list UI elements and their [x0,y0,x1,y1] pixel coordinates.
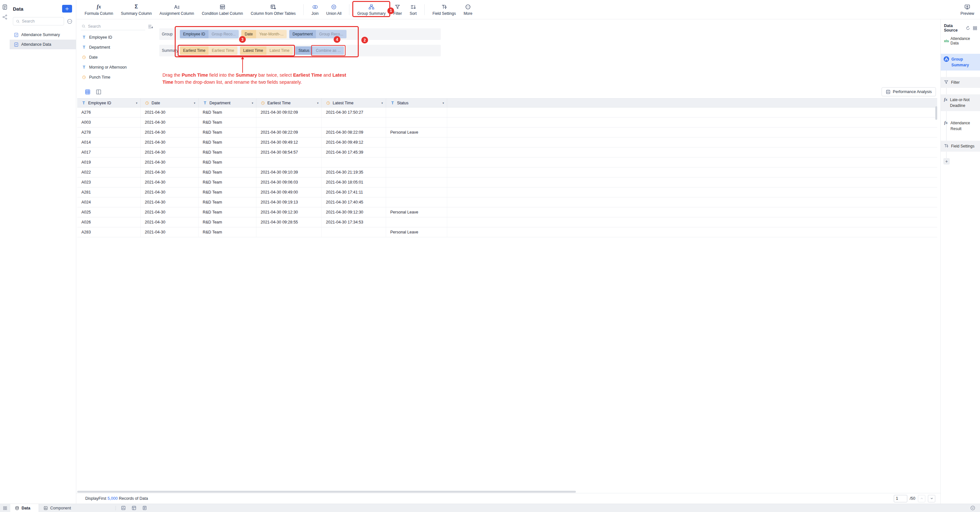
group-summary-builder: T Employee ID T Department Date T Mornin… [76,19,490,85]
data-flow-icon[interactable] [2,14,8,20]
cell-employee-id: A003 [77,118,141,127]
other-tables-icon [270,3,276,10]
toolbar-union-all[interactable]: Union All [326,3,341,16]
field-item-department[interactable]: T Department [76,42,158,52]
dataset-icon [14,32,19,37]
union-all-icon [331,3,337,10]
cell-date: 2021-04-30 [141,187,199,197]
cell-employee-id: A022 [77,167,141,177]
summary-method-dropdown[interactable]: Latest Time [266,46,293,55]
group-method-dropdown[interactable]: Year-Month-... [256,30,287,38]
table-row: A017 2021-04-30 R&D Team 2021-04-30 08:5… [77,147,490,158]
date-field-icon [82,55,86,59]
left-rail [0,0,10,256]
grid-view-toggle[interactable] [84,89,91,95]
cell-department: R&D Team [199,158,256,167]
edit-data-icon[interactable] [2,4,8,10]
toolbar-field-settings[interactable]: Field Settings [433,3,456,16]
group-method-dropdown[interactable]: Group Reco... [316,30,347,38]
cell-status: Personal Leave [386,128,447,137]
column-header-status[interactable]: T Status ▾ [386,99,447,107]
toolbar-more[interactable]: More [464,3,472,16]
cell-department: R&D Team [199,217,256,227]
toolbar-assignment-column[interactable]: Assignment Column [159,3,194,16]
sidebar-search-input[interactable] [22,19,61,24]
toolbar-condition-label-column[interactable]: Condition Label Column [202,3,243,16]
cell-earliest-time: 2021-04-30 09:02:09 [256,108,322,117]
column-header-earliest-time[interactable]: Earliest Time ▾ [256,99,322,107]
add-dataset-button[interactable] [62,5,72,13]
sidebar-item-attendance-summary[interactable]: Attendance Summary [10,30,76,40]
toolbar-filter[interactable]: Filter [393,3,402,16]
cell-latest-time [322,227,386,237]
toolbar-column-from-other-tables[interactable]: Column from Other Tables [251,3,296,16]
assignment-icon [174,3,180,10]
column-dropdown-icon[interactable]: ▾ [136,101,137,105]
column-header-employee-id[interactable]: T Employee ID ▾ [77,99,141,107]
cell-employee-id: A019 [77,158,141,167]
cell-date: 2021-04-30 [141,207,199,217]
toolbar-join[interactable]: Join [312,3,318,16]
sidebar: Data Attendance Summary Attendance Data [10,0,76,256]
group-pill-employee-id[interactable]: Employee ID Group Reco... [180,30,239,38]
cell-earliest-time [256,158,322,167]
text-field-icon: T [390,101,395,105]
toolbar-summary-column[interactable]: Σ Summary Column [121,3,152,16]
field-sort-icon[interactable] [148,24,153,29]
cell-date: 2021-04-30 [141,128,199,137]
sidebar-item-attendance-data[interactable]: Attendance Data [10,40,76,49]
field-search-input[interactable] [88,24,145,29]
table-row: A283 2021-04-30 R&D Team Personal Leave [77,227,490,237]
table-row: A025 2021-04-30 R&D Team 2021-04-30 09:1… [77,207,490,217]
field-item-punch-time[interactable]: Punch Time [76,72,158,82]
column-header-latest-time[interactable]: Latest Time ▾ [322,99,386,107]
summary-pill-latest-time[interactable]: Latest Time Latest Time [240,46,293,55]
cell-latest-time: 2021-04-30 17:41:11 [322,187,386,197]
annotation-badge-1: 1 [387,7,394,14]
summary-method-dropdown[interactable]: Earliest Time [208,46,237,55]
formula-icon: fx [97,3,101,10]
cell-earliest-time: 2021-04-30 09:10:39 [256,167,322,177]
column-dropdown-icon[interactable]: ▾ [194,101,195,105]
cell-date: 2021-04-30 [141,167,199,177]
group-pill-date[interactable]: Date Year-Month-... [241,30,287,38]
text-field-icon: T [82,65,86,70]
summary-method-dropdown[interactable]: Combine as ... [313,46,344,55]
field-item-date[interactable]: Date [76,52,158,62]
cell-department: R&D Team [199,177,256,187]
sidebar-item-label: Attendance Summary [21,32,60,37]
column-dropdown-icon[interactable]: ▾ [381,101,383,105]
search-options-icon[interactable] [67,18,73,24]
field-settings-icon [441,3,447,10]
toolbar-sort[interactable]: Sort [410,3,417,16]
dataset-icon [14,42,19,47]
column-dropdown-icon[interactable]: ▾ [251,101,253,105]
toolbar-group-summary[interactable]: Group Summary 1 [357,3,385,16]
field-item-morning-or-afternoon[interactable]: T Morning or Afternoon [76,62,158,72]
field-item-employee-id[interactable]: T Employee ID [76,32,158,42]
cell-status [386,108,447,117]
column-dropdown-icon[interactable]: ▾ [317,101,318,105]
cell-date: 2021-04-30 [141,137,199,147]
cell-employee-id: A024 [77,198,141,207]
date-field-icon [82,75,86,80]
annotation-badge-4: 4 [334,36,340,43]
cell-earliest-time [256,227,322,237]
column-header-department[interactable]: T Department ▾ [199,99,256,107]
cell-latest-time: 2021-04-30 09:49:12 [322,137,386,147]
panel-resize-handle[interactable]: ⋯⋯ [258,79,267,84]
field-search[interactable] [81,22,145,30]
cell-earliest-time: 2021-04-30 09:12:30 [256,207,322,217]
annotation-box-3: Earliest Time Earliest Time Latest Time … [180,46,293,55]
cell-department: R&D Team [199,128,256,137]
toolbar-formula-column[interactable]: fx Formula Column [84,3,113,16]
summary-pill-earliest-time[interactable]: Earliest Time Earliest Time [180,46,237,55]
sidebar-search[interactable] [13,17,64,26]
column-header-date[interactable]: Date ▾ [141,99,199,107]
group-method-dropdown[interactable]: Group Reco... [208,30,239,38]
form-view-toggle[interactable] [95,89,102,95]
column-dropdown-icon[interactable]: ▾ [442,101,444,105]
cell-date: 2021-04-30 [141,108,199,117]
summary-pill-status[interactable]: Status Combine as ... [295,46,344,55]
text-field-icon: T [82,45,86,49]
